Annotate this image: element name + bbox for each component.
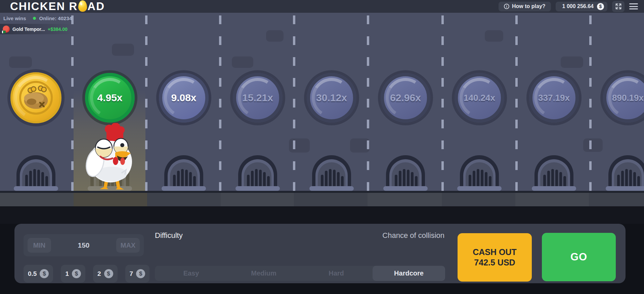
top-bar: CHICKEN RAD How to play? 1 000 256.64: [0, 0, 644, 13]
tab-medium[interactable]: Medium: [227, 266, 300, 281]
online-dot-icon: [33, 17, 36, 20]
chip-label: 2: [97, 270, 101, 278]
sidewalk-segment: [0, 193, 74, 206]
manhole-grate-icon: [309, 154, 354, 192]
multiplier-circle-140.24x: 140.24x: [455, 73, 504, 123]
chip-label: 1: [65, 270, 69, 278]
multiplier-value: 140.24x: [464, 93, 495, 103]
chip-button-1[interactable]: 1: [61, 265, 85, 283]
cash-out-button[interactable]: CASH OUT 742.5 USD: [458, 233, 532, 282]
lane-divider-dashed: [589, 13, 592, 191]
chip-label: 7: [130, 270, 133, 278]
logo-text-right: AD: [87, 0, 105, 13]
multiplier-circle-4.95x: 4.95x: [85, 73, 135, 123]
lane-divider-dashed: [145, 13, 147, 191]
sidewalk-segment: [147, 193, 221, 206]
multiplier-value: 30.12x: [316, 92, 347, 103]
chip-button-7[interactable]: 7: [125, 265, 150, 283]
hamburger-menu-icon[interactable]: [629, 3, 638, 9]
manhole-grate: [383, 154, 428, 193]
manhole-grate-icon: [14, 154, 58, 192]
chip-label: 0.5: [28, 270, 37, 278]
sidewalk-segment: [294, 193, 368, 206]
difficulty-label: Difficulty: [155, 231, 183, 240]
sidewalk-segment: [589, 193, 644, 206]
player-avatar: [3, 26, 10, 33]
chance-of-collision-label: Chance of collision: [310, 231, 444, 240]
balance-value: 1 000 256.64: [562, 3, 594, 9]
lane-divider-dashed: [441, 13, 444, 191]
bet-min-button[interactable]: MIN: [28, 238, 51, 253]
multiplier-circle-62.96x: 62.96x: [381, 73, 430, 123]
sidewalk-segment: [221, 193, 294, 206]
lane-divider-dashed: [293, 13, 295, 191]
multiplier-value: 890.19x: [612, 93, 644, 103]
multiplier-coin: [10, 72, 61, 123]
multiplier-circle-337.19x: 337.19x: [529, 73, 579, 123]
multiplier-circle-890.19x: 890.19x: [603, 73, 644, 123]
dollar-coin-icon: [136, 269, 145, 278]
multiplier-circle-30.12x: 30.12x: [307, 73, 356, 123]
go-label: GO: [570, 251, 587, 263]
app-logo: CHICKEN RAD: [10, 0, 105, 13]
go-button[interactable]: GO: [542, 233, 616, 281]
live-wins-header: Live wins Online: 40234: [0, 13, 72, 21]
bet-max-button[interactable]: MAX: [116, 238, 140, 253]
bet-value[interactable]: 150: [78, 241, 89, 249]
multiplier-circle-15.21x: 15.21x: [233, 73, 283, 123]
tab-hard[interactable]: Hard: [300, 266, 373, 281]
road-patch-decoration: [232, 56, 253, 68]
multiplier-circle-9.08x: 9.08x: [159, 73, 209, 123]
sidewalk-segment: [74, 193, 147, 206]
fullscreen-button[interactable]: [612, 1, 625, 12]
how-to-play-button[interactable]: How to play?: [499, 2, 551, 11]
balance-display[interactable]: 1 000 256.64: [556, 2, 607, 11]
live-win-entry: Gold Tempor... +$384.00: [0, 24, 72, 34]
road-patch-decoration: [583, 138, 603, 152]
road-patch-decoration: [112, 44, 134, 56]
player-username: Gold Tempor...: [12, 27, 45, 32]
manhole-grate-icon: [457, 154, 502, 192]
cash-out-line2: 742.5 USD: [474, 257, 515, 268]
manhole-grate: [14, 154, 58, 193]
road-patch-decoration: [289, 138, 310, 153]
multiplier-value: 9.08x: [171, 92, 196, 103]
sidewalk-segment: [442, 193, 515, 206]
manhole-grate: [457, 154, 502, 193]
tab-hardcore[interactable]: Hardcore: [373, 266, 445, 281]
sidewalk-segment: [515, 193, 589, 206]
dollar-coin-icon: [104, 269, 113, 278]
info-icon: [504, 4, 509, 9]
manhole-grate-icon: [383, 154, 428, 192]
game-road-area: 4.95x9.08x15.21x30.12x62.96x140.24x337.1…: [0, 13, 644, 224]
chip-button-0.5[interactable]: 0.5: [24, 265, 53, 283]
bet-chip-row: 0.5 1 2 7: [24, 265, 149, 283]
multiplier-value: 15.21x: [242, 92, 273, 103]
difficulty-tabs: Easy Medium Hard Hardcore: [155, 266, 445, 281]
chicken-character: [83, 123, 140, 193]
live-wins-tab[interactable]: Live wins: [3, 15, 26, 21]
logo-text-left: CHICKEN R: [10, 0, 78, 13]
road-patch-decoration: [9, 56, 32, 68]
road-patch-decoration: [485, 30, 503, 42]
roasted-chicken-coin-icon: [16, 78, 56, 118]
bet-amount-box: MIN 150 MAX: [24, 234, 144, 256]
dollar-coin-icon: [40, 269, 49, 278]
manhole-grate-icon: [532, 154, 576, 192]
manhole-grate: [606, 154, 644, 193]
dollar-coin-icon: [72, 269, 81, 278]
manhole-grate: [235, 154, 280, 193]
lane-divider-dashed: [219, 13, 221, 191]
lane-divider-dashed: [367, 13, 369, 191]
road-lower-gap: [0, 206, 644, 224]
manhole-grate-icon: [235, 154, 280, 192]
multiplier-value: 62.96x: [390, 92, 421, 103]
chip-button-2[interactable]: 2: [93, 265, 118, 283]
fullscreen-expand-icon: [615, 3, 622, 10]
lane-divider-dashed: [515, 13, 518, 191]
tab-easy[interactable]: Easy: [155, 266, 227, 281]
live-wins-widget: Live wins Online: 40234 Gold Tempor... +…: [0, 13, 72, 34]
sidewalk-segment: [368, 193, 442, 206]
dollar-coin-icon: [597, 3, 604, 10]
cash-out-line1: CASH OUT: [473, 247, 517, 257]
